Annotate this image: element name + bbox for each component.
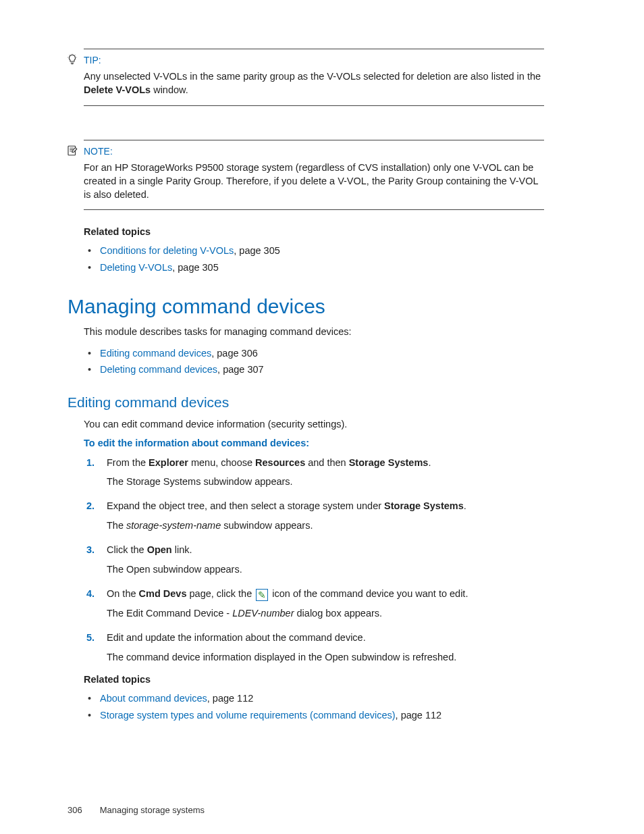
heading-editing-command-devices: Editing command devices bbox=[68, 394, 544, 411]
intro-paragraph: This module describes tasks for managing… bbox=[84, 325, 544, 340]
list-item: Editing command devices, page 306 bbox=[84, 345, 544, 362]
section-intro: You can edit command device information … bbox=[84, 417, 544, 432]
step-5: Edit and update the information about th… bbox=[84, 630, 544, 664]
tip-body-pre: Any unselected V-VOLs in the same parity… bbox=[84, 71, 541, 82]
related-topics-list: Conditions for deleting V-VOLs, page 305… bbox=[84, 242, 544, 276]
list-item: Conditions for deleting V-VOLs, page 305 bbox=[84, 242, 544, 259]
link-deleting-command-devices[interactable]: Deleting command devices bbox=[100, 364, 217, 375]
page-ref: , page 306 bbox=[211, 348, 258, 359]
step-1: From the Explorer menu, choose Resources… bbox=[84, 455, 544, 490]
note-icon bbox=[66, 145, 78, 157]
document-page: TIP: Any unselected V-VOLs in the same p… bbox=[0, 0, 644, 834]
link-storage-system-types-requirements[interactable]: Storage system types and volume requirem… bbox=[100, 710, 396, 721]
tip-label: TIP: bbox=[84, 55, 101, 66]
note-label: NOTE: bbox=[84, 146, 113, 157]
link-editing-command-devices[interactable]: Editing command devices bbox=[100, 348, 211, 359]
related-topics-heading: Related topics bbox=[84, 674, 544, 685]
lightbulb-icon bbox=[66, 53, 78, 66]
link-about-command-devices[interactable]: About command devices bbox=[100, 693, 207, 704]
procedure-intro: To edit the information about command de… bbox=[84, 438, 544, 448]
page-footer: 306 Managing storage systems bbox=[68, 805, 544, 815]
tip-callout: TIP: Any unselected V-VOLs in the same p… bbox=[84, 49, 544, 106]
related-topics-list: About command devices, page 112 Storage … bbox=[84, 690, 544, 723]
note-body: For an HP StorageWorks P9500 storage sys… bbox=[84, 161, 544, 202]
step-1-result: The Storage Systems subwindow appears. bbox=[107, 474, 544, 489]
page-ref: , page 305 bbox=[172, 262, 219, 273]
footer-title: Managing storage systems bbox=[100, 805, 205, 815]
tip-body: Any unselected V-VOLs in the same parity… bbox=[84, 70, 544, 97]
step-5-result: The command device information displayed… bbox=[107, 650, 544, 664]
link-deleting-vvols[interactable]: Deleting V-VOLs bbox=[100, 262, 172, 273]
step-2-result: The storage-system-name subwindow appear… bbox=[107, 518, 544, 533]
toc-list: Editing command devices, page 306 Deleti… bbox=[84, 345, 544, 378]
link-conditions-deleting-vvols[interactable]: Conditions for deleting V-VOLs bbox=[100, 245, 234, 256]
tip-body-bold: Delete V-VOLs bbox=[84, 84, 151, 95]
note-callout: NOTE: For an HP StorageWorks P9500 stora… bbox=[84, 140, 544, 211]
page-ref: , page 112 bbox=[207, 693, 254, 704]
edit-icon bbox=[256, 589, 268, 601]
step-4-result: The Edit Command Device - LDEV-number di… bbox=[107, 606, 544, 621]
related-topics-heading: Related topics bbox=[84, 226, 544, 237]
tip-body-post: window. bbox=[151, 84, 188, 95]
procedure-steps: From the Explorer menu, choose Resources… bbox=[84, 455, 544, 665]
list-item: Deleting V-VOLs, page 305 bbox=[84, 259, 544, 276]
page-number: 306 bbox=[68, 805, 97, 815]
step-3: Click the Open link. The Open subwindow … bbox=[84, 542, 544, 577]
page-ref: , page 307 bbox=[217, 364, 264, 375]
list-item: About command devices, page 112 bbox=[84, 690, 544, 707]
step-2: Expand the object tree, and then select … bbox=[84, 498, 544, 533]
step-3-result: The Open subwindow appears. bbox=[107, 562, 544, 577]
list-item: Deleting command devices, page 307 bbox=[84, 361, 544, 378]
step-4: On the Cmd Devs page, click the icon of … bbox=[84, 586, 544, 621]
heading-managing-command-devices: Managing command devices bbox=[68, 295, 544, 318]
page-ref: , page 112 bbox=[396, 710, 442, 721]
list-item: Storage system types and volume requirem… bbox=[84, 707, 544, 724]
page-ref: , page 305 bbox=[234, 245, 280, 256]
